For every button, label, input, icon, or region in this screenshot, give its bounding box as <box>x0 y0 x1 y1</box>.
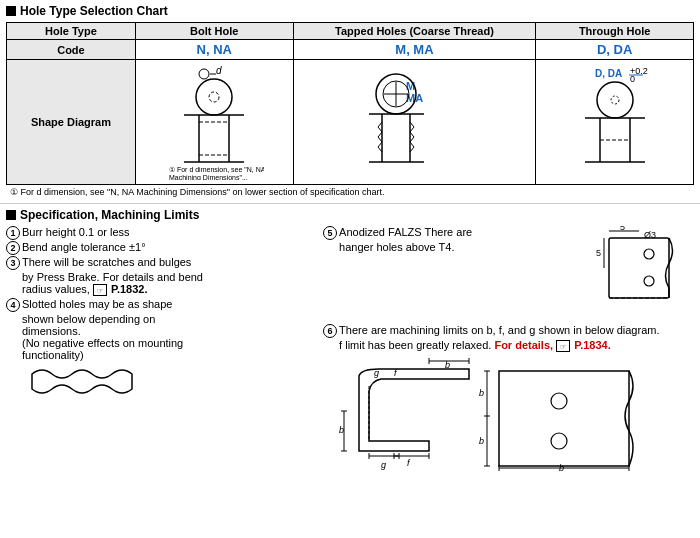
spec-item-5-container: 5 Anodized FALZS There are hanger holes … <box>323 226 576 253</box>
spec-item-3-line2: by Press Brake. For details and bend <box>22 271 315 283</box>
svg-text:5: 5 <box>620 226 625 232</box>
svg-text:b: b <box>339 425 344 435</box>
machining-diagram-container: b f g <box>339 356 694 473</box>
code-through: D, DA <box>536 40 694 60</box>
spec-right-top: 5 Anodized FALZS There are hanger holes … <box>323 226 694 318</box>
code-tapped: M, MA <box>293 40 536 60</box>
spec-title: Specification, Machining Limits <box>20 208 199 222</box>
svg-point-28 <box>611 96 619 104</box>
svg-point-1 <box>199 69 209 79</box>
svg-text:b: b <box>479 436 484 446</box>
svg-text:f: f <box>407 458 411 468</box>
col-through-hole: Through Hole <box>536 23 694 40</box>
spec-item-6-red: For details, <box>494 339 553 351</box>
bolt-hole-svg: d <box>164 62 264 180</box>
tapped-hole-svg: M MA <box>354 62 474 180</box>
through-hole-svg: D, DA +0.2 0 <box>565 62 665 180</box>
spec-item-2: 2 Bend angle tolerance ±1° <box>6 241 315 255</box>
svg-text:g: g <box>381 460 386 470</box>
spec-item-5-line2: hanger holes above T4. <box>339 241 576 253</box>
through-hole-diagram-cell: D, DA +0.2 0 <box>536 60 694 185</box>
svg-text:0: 0 <box>630 74 635 84</box>
spec-item-4-text: Slotted holes may be as shape <box>22 298 172 310</box>
svg-point-40 <box>644 249 654 259</box>
spec-item-6-line2: f limit has been greatly relaxed. For de… <box>339 339 694 352</box>
doc-icon-1834: ☞ <box>556 340 570 352</box>
spec-square-icon <box>6 210 16 220</box>
wavy-shape-svg <box>22 364 142 399</box>
spec-item-6-page: P.1834. <box>574 339 611 351</box>
col-bolt-hole: Bolt Hole <box>135 23 293 40</box>
bolt-hole-diagram-cell: d <box>135 60 293 185</box>
spec-item-1: 1 Burr height 0.1 or less <box>6 226 315 240</box>
header-square-icon <box>6 6 16 16</box>
spec-section: Specification, Machining Limits 1 Burr h… <box>0 204 700 477</box>
svg-text:D, DA: D, DA <box>595 68 622 79</box>
spec-right-col: 5 Anodized FALZS There are hanger holes … <box>323 226 694 473</box>
svg-point-62 <box>551 393 567 409</box>
code-bolt: N, NA <box>135 40 293 60</box>
spec-item-1-text: Burr height 0.1 or less <box>22 226 130 238</box>
svg-text:b: b <box>559 463 564 471</box>
svg-text:d: d <box>216 65 222 76</box>
small-part-diagram: 5 Ø3 5 <box>584 226 694 318</box>
svg-text:g: g <box>374 368 379 378</box>
shape-label: Shape Diagram <box>7 60 136 185</box>
svg-point-27 <box>597 82 633 118</box>
spec-item-6-container: 6 There are machining limits on b, f, an… <box>323 324 694 473</box>
code-label: Code <box>7 40 136 60</box>
svg-text:b: b <box>445 360 450 370</box>
small-part-svg: 5 Ø3 5 <box>584 226 694 316</box>
tapped-hole-diagram-cell: M MA <box>293 60 536 185</box>
spec-item-4: 4 Slotted holes may be as shape <box>6 298 315 312</box>
spec-item-3: 3 There will be scratches and bulges <box>6 256 315 270</box>
spec-item-2-text: Bend angle tolerance ±1° <box>22 241 146 253</box>
spec-item-3-text: There will be scratches and bulges <box>22 256 191 268</box>
svg-rect-39 <box>609 238 669 298</box>
spec-item-4-note2: functionality) <box>22 349 315 361</box>
svg-text:Machining Dimensions"...: Machining Dimensions"... <box>169 174 248 180</box>
spec-item-6-text: There are machining limits on b, f, and … <box>339 324 659 336</box>
col-tapped-holes: Tapped Holes (Coarse Thread) <box>293 23 536 40</box>
spec-item-5-text: Anodized FALZS There are <box>339 226 472 238</box>
hole-chart-section: Hole Type Selection Chart Hole Type Bolt… <box>0 0 700 204</box>
footnote: ① For d dimension, see "N, NA Machining … <box>10 187 694 197</box>
doc-icon-1832: ☞ <box>93 284 107 296</box>
svg-point-63 <box>551 433 567 449</box>
svg-point-41 <box>644 276 654 286</box>
spec-content: 1 Burr height 0.1 or less 2 Bend angle t… <box>6 226 694 473</box>
spec-item-5: 5 Anodized FALZS There are <box>323 226 576 240</box>
spec-item-4-note: (No negative effects on mounting <box>22 337 315 349</box>
hole-chart-header: Hole Type Selection Chart <box>6 4 694 18</box>
svg-point-4 <box>209 92 219 102</box>
spec-header: Specification, Machining Limits <box>6 208 694 222</box>
machining-diagram-svg: b f g <box>339 356 659 471</box>
svg-text:b: b <box>479 388 484 398</box>
wavy-shape-container <box>22 364 315 401</box>
spec-item-3-line3: radius values, ☞ P.1832. <box>22 283 315 296</box>
spec-item-6: 6 There are machining limits on b, f, an… <box>323 324 694 338</box>
hole-chart-title: Hole Type Selection Chart <box>20 4 168 18</box>
spec-item-4-line2: shown below depending on <box>22 313 315 325</box>
svg-text:① For d dimension, see "N, NA: ① For d dimension, see "N, NA <box>169 166 264 173</box>
hole-type-table: Hole Type Bolt Hole Tapped Holes (Coarse… <box>6 22 694 185</box>
spec-item-4-line3: dimensions. <box>22 325 315 337</box>
spec-left-col: 1 Burr height 0.1 or less 2 Bend angle t… <box>6 226 315 473</box>
svg-text:5: 5 <box>596 248 601 258</box>
svg-rect-61 <box>499 371 629 466</box>
svg-point-3 <box>196 79 232 115</box>
col-hole-type: Hole Type <box>7 23 136 40</box>
